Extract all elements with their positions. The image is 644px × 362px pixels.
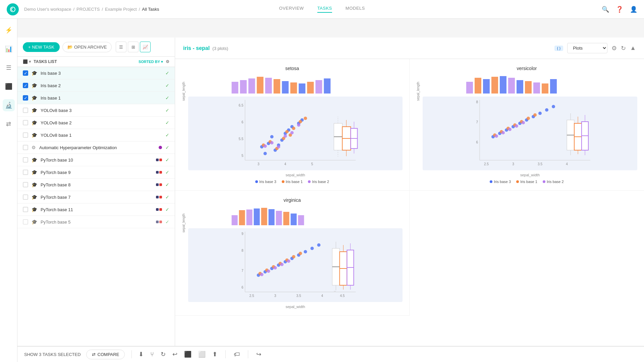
task-checkbox-pytorch-8[interactable]: [23, 182, 28, 187]
legend-iris-base-1: Iris base 1: [282, 180, 303, 184]
sidebar-item-pipelines[interactable]: ⇄: [3, 118, 15, 130]
project-link[interactable]: Example Project: [105, 7, 137, 12]
sidebar-item-models[interactable]: ☰: [3, 62, 15, 74]
download-icon[interactable]: ⬇: [139, 351, 144, 358]
undo-icon[interactable]: ↩: [172, 351, 177, 358]
sidebar-item-layers[interactable]: ⬛: [3, 80, 15, 93]
task-type-icon: 🎓: [32, 95, 37, 101]
svg-point-99: [515, 124, 518, 128]
plots-dropdown[interactable]: Plots: [567, 43, 607, 53]
task-checkbox-pytorch-11[interactable]: [23, 207, 28, 212]
plot-versicolor-y-label: sepal_length: [416, 82, 420, 101]
search-icon[interactable]: 🔍: [602, 6, 609, 13]
task-item-pytorch-base-5[interactable]: 🎓 PyTorch base 5 ✓: [17, 216, 175, 228]
svg-point-45: [284, 134, 287, 138]
projects-link[interactable]: PROJECTS: [76, 7, 100, 12]
chart-view-button[interactable]: 📈: [140, 42, 151, 52]
task-item-pytorch-base-7[interactable]: 🎓 PyTorch base 7 ✓: [17, 191, 175, 203]
svg-rect-120: [276, 211, 282, 225]
task-checkbox-yolov8-base-1[interactable]: [23, 132, 28, 138]
bottom-bar: SHOW 3 TASKS SELECTED ⇄ COMPARE ⬇ ⑂ ↻ ↩ …: [17, 346, 644, 362]
user-icon[interactable]: 👤: [630, 6, 637, 13]
task-name: PyTorch base 11: [41, 207, 153, 212]
tab-tasks[interactable]: TASKS: [317, 6, 332, 13]
svg-rect-60: [466, 82, 473, 94]
grid-view-button[interactable]: ⊞: [128, 42, 139, 52]
sorted-by-button[interactable]: SORTED BY ▾: [139, 60, 163, 64]
task-item-iris-base-1[interactable]: ✓ 🎓 Iris base 1 ✓: [17, 92, 175, 104]
task-item-yolov8-base-2[interactable]: 🎓 YOLOv8 base 2 ✓: [17, 117, 175, 129]
stop-icon[interactable]: ⬛: [184, 351, 192, 358]
current-page: All Tasks: [142, 7, 159, 12]
task-item-pytorch-base-9[interactable]: 🎓 PyTorch base 9 ✓: [17, 166, 175, 179]
svg-point-143: [311, 247, 314, 250]
move-icon[interactable]: ↪: [256, 351, 261, 358]
task-item-yolov8-base-1[interactable]: 🎓 YOLOv8 base 1 ✓: [17, 129, 175, 141]
task-list: ✓ 🎓 Iris base 3 ✓ ✓ 🎓 Iris base 2 ✓ ✓ 🎓 …: [17, 67, 175, 346]
sidebar-item-reports[interactable]: 📊: [3, 43, 15, 55]
nav-right: 🔍 ❓ 👤: [602, 6, 637, 13]
collapse-button[interactable]: ⬛ ▾: [23, 59, 31, 64]
filter-icon[interactable]: ⚙: [166, 59, 169, 64]
task-status-check: ✓: [165, 207, 169, 212]
tag-icon[interactable]: 🏷: [234, 351, 240, 358]
task-checkbox-yolov8-base-3[interactable]: [23, 108, 28, 113]
svg-point-88: [545, 108, 548, 112]
task-item-pytorch-base-11[interactable]: 🎓 PyTorch base 11 ✓: [17, 203, 175, 216]
task-item-iris-base-3[interactable]: ✓ 🎓 Iris base 3 ✓: [17, 67, 175, 79]
svg-rect-63: [491, 77, 498, 94]
svg-rect-10: [316, 80, 322, 94]
sidebar-item-tasks[interactable]: 🔬: [3, 99, 15, 111]
task-checkbox-pytorch-10[interactable]: [23, 157, 28, 163]
list-view-button[interactable]: ☰: [116, 42, 126, 52]
task-double-badge: [156, 171, 162, 174]
svg-point-154: [274, 266, 277, 269]
task-item-iris-base-2[interactable]: ✓ 🎓 Iris base 2 ✓: [17, 79, 175, 92]
new-task-button[interactable]: + NEW TASK: [23, 42, 60, 52]
svg-text:8: 8: [476, 100, 478, 104]
sidebar-item-home[interactable]: ⚡: [3, 24, 15, 36]
svg-text:9: 9: [241, 232, 244, 236]
tab-overview[interactable]: OVERVIEW: [279, 6, 304, 13]
plot-setosa-y-label: sepal_length: [182, 82, 185, 101]
upload-icon[interactable]: ⬆: [212, 351, 217, 358]
task-checkbox-iris-base-1[interactable]: ✓: [23, 95, 28, 101]
task-checkbox-pytorch-5[interactable]: [23, 219, 28, 225]
settings-icon[interactable]: ⚙: [611, 45, 617, 52]
task-checkbox-iris-base-3[interactable]: ✓: [23, 70, 28, 76]
svg-text:7: 7: [241, 269, 244, 273]
help-icon[interactable]: ❓: [616, 6, 623, 13]
frame-icon[interactable]: ⬜: [198, 351, 206, 358]
plot-virginica: virginica sepal_length: [175, 191, 410, 316]
task-name: PyTorch base 9: [41, 170, 153, 175]
refresh-icon[interactable]: ↻: [621, 45, 626, 52]
task-item-yolov8-base-3[interactable]: 🎓 YOLOv8 base 3 ✓: [17, 104, 175, 117]
plot-versicolor-main: 8 7 6 2.5 3 3.5 4: [423, 75, 637, 177]
plots-title-sub: (3 plots): [212, 46, 228, 51]
collapse-plots-icon[interactable]: ▲: [630, 45, 636, 52]
workspace-link[interactable]: Demo User's workspace: [24, 7, 71, 12]
tasks-list-title: TASKS LIST: [34, 59, 136, 64]
task-checkbox-pytorch-9[interactable]: [23, 170, 28, 175]
svg-text:4.5: 4.5: [340, 294, 345, 298]
tab-models[interactable]: MODELS: [345, 6, 365, 13]
task-checkbox-iris-base-2[interactable]: ✓: [23, 83, 28, 88]
open-archive-button[interactable]: 📂 OPEN ARCHIVE: [62, 42, 112, 52]
versicolor-x-label: sepal_width: [423, 173, 637, 177]
code-badge: { }: [554, 46, 563, 51]
svg-rect-70: [550, 79, 557, 94]
action-icons: ⬇ ⑂ ↻ ↩ ⬛ ⬜ ⬆ 🏷 ↪: [139, 350, 261, 358]
refresh-action-icon[interactable]: ↻: [161, 351, 166, 358]
task-item-pytorch-base-10[interactable]: 🎓 PyTorch base 10 ✓: [17, 154, 175, 166]
task-checkbox-auto-hpo[interactable]: [23, 145, 28, 150]
task-checkbox-yolov8-base-2[interactable]: [23, 120, 28, 125]
compare-button[interactable]: ⇄ COMPARE: [86, 350, 125, 359]
svg-rect-8: [299, 83, 306, 94]
svg-point-46: [290, 131, 294, 134]
task-type-icon: 🎓: [32, 170, 37, 175]
task-item-auto-hpo[interactable]: ⚙ Automatic Hyperparameter Optimization …: [17, 141, 175, 154]
task-checkbox-pytorch-7[interactable]: [23, 194, 28, 200]
task-type-icon: 🎓: [32, 120, 37, 125]
branch-icon[interactable]: ⑂: [150, 351, 154, 358]
task-item-pytorch-base-8[interactable]: 🎓 PyTorch base 8 ✓: [17, 179, 175, 191]
